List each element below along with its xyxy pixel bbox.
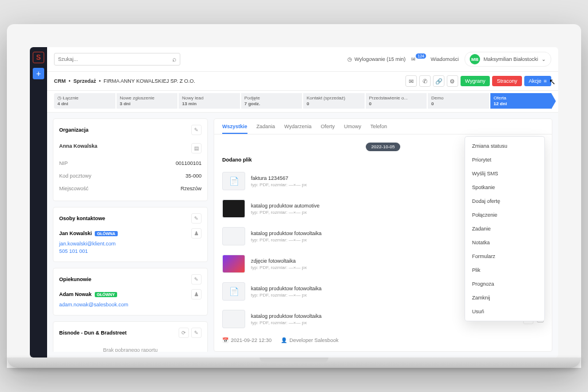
dropdown-item-sms[interactable]: Wyślij SMS bbox=[465, 167, 544, 180]
breadcrumb: CRM • Sprzedaż • FIRMA ANNY KOWALSKIEJ S… bbox=[54, 78, 195, 84]
tab-tasks[interactable]: Zadania bbox=[257, 124, 276, 134]
activity-panel: Wszystkie Zadania Wydarzenia Oferty Umow… bbox=[214, 118, 552, 352]
edit-icon[interactable]: ✎ bbox=[191, 274, 202, 285]
file-thumbnail bbox=[222, 310, 245, 328]
stage-demo[interactable]: Demo 0 bbox=[428, 93, 489, 109]
lost-button[interactable]: Stracony bbox=[492, 76, 522, 86]
refresh-icon[interactable]: ⟳ bbox=[179, 328, 189, 338]
building-icon[interactable]: ▤ bbox=[191, 143, 202, 153]
main-tag: GŁÓWNY bbox=[95, 292, 118, 297]
link-icon-button[interactable]: 🔗 bbox=[433, 75, 444, 87]
add-button[interactable]: + bbox=[33, 68, 44, 79]
won-button[interactable]: Wygrany bbox=[461, 76, 490, 86]
logout-timer[interactable]: ◷ Wylogowanie (15 min) bbox=[347, 56, 405, 62]
activity-tabs: Wszystkie Zadania Wydarzenia Oferty Umow… bbox=[214, 119, 552, 134]
settings-icon-button[interactable]: ⚙ bbox=[447, 75, 458, 87]
stage-presentation[interactable]: Przedstawienie o... 0 bbox=[366, 93, 427, 109]
edit-icon[interactable]: ✎ bbox=[191, 125, 202, 135]
menu-icon: ≡ bbox=[544, 78, 547, 84]
phone-icon-button[interactable]: ✆ bbox=[419, 75, 431, 87]
message-badge: 124 bbox=[416, 53, 426, 59]
date-chip: 2022-10-05 bbox=[366, 143, 401, 151]
search-icon[interactable]: ⌕ bbox=[172, 55, 176, 63]
dropdown-item-priority[interactable]: Priorytet bbox=[465, 153, 544, 167]
org-name: Anna Kowalska bbox=[59, 143, 98, 153]
stage-total[interactable]: ◷ Łącznie 4 dni bbox=[54, 93, 115, 109]
edit-icon[interactable]: ✎ bbox=[191, 213, 202, 224]
tab-events[interactable]: Wydarzenia bbox=[284, 124, 311, 134]
calendar-icon: 📅 bbox=[222, 337, 229, 343]
left-column: Organizacja ✎ Anna Kowalska ▤ NIP 001100… bbox=[53, 118, 208, 352]
dropdown-item-offer[interactable]: Dodaj ofertę bbox=[465, 194, 544, 208]
user-menu[interactable]: MB Maksymilian Białostocki ⌄ bbox=[465, 52, 551, 67]
dropdown-item-status[interactable]: Zmiana statusu bbox=[465, 139, 544, 153]
dropdown-item-delete[interactable]: Usuń bbox=[465, 305, 544, 318]
dropdown-item-meeting[interactable]: Spotkanie bbox=[465, 180, 544, 194]
organization-card: Organizacja ✎ Anna Kowalska ▤ NIP 001100… bbox=[53, 118, 208, 201]
edit-icon[interactable]: ✎ bbox=[191, 328, 202, 338]
person-icon[interactable]: ♟ bbox=[191, 289, 202, 299]
empty-report: Brak pobranego raportu bbox=[59, 343, 202, 352]
search-box[interactable]: ⌕ bbox=[54, 53, 180, 66]
pdf-icon: 📄 bbox=[222, 282, 245, 301]
clock-icon: ◷ bbox=[347, 56, 352, 62]
dropdown-item-note[interactable]: Notatka bbox=[465, 236, 544, 249]
bisnode-card: Bisnode - Dun & Bradstreet ⟳ ✎ Brak pobr… bbox=[53, 321, 208, 352]
person-icon[interactable]: ♟ bbox=[191, 228, 202, 239]
contact-email[interactable]: jan.kowalski@klient.com bbox=[59, 241, 202, 247]
contact-phone[interactable]: 505 101 001 bbox=[59, 248, 202, 254]
owners-card: Opiekunowie ✎ Adam Nowak GŁÓWNY ♟ adam.n… bbox=[53, 268, 208, 316]
stage-new-request[interactable]: Nowe zgłoszenie 3 dni bbox=[117, 93, 178, 109]
user-icon: 👤 bbox=[281, 337, 287, 343]
actions-dropdown: Zmiana statusu Priorytet Wyślij SMS Spot… bbox=[465, 136, 545, 321]
avatar: MB bbox=[470, 54, 480, 64]
activity-meta: 📅 2021-09-22 12:30 👤 Developer Salesbook bbox=[222, 333, 544, 348]
tab-contracts[interactable]: Umowy bbox=[344, 124, 361, 134]
sidebar-rail: S + bbox=[30, 47, 47, 358]
cursor-icon: ↖ bbox=[549, 77, 556, 86]
messages-link[interactable]: ✉ 124 Wiadomości bbox=[411, 56, 459, 62]
info-row: NIP 001100101 bbox=[59, 157, 202, 170]
tab-all[interactable]: Wszystkie bbox=[222, 124, 247, 134]
file-thumbnail bbox=[222, 227, 245, 245]
breadcrumb-row: CRM • Sprzedaż • FIRMA ANNY KOWALSKIEJ S… bbox=[47, 72, 558, 91]
mail-icon: ✉ bbox=[411, 56, 416, 62]
main-tag: GŁÓWNA bbox=[95, 231, 118, 236]
info-row: Kod pocztowy 35-000 bbox=[59, 170, 202, 182]
stage-offer[interactable]: Oferta 12 dni bbox=[490, 93, 552, 109]
contacts-card: Osoby kontaktowe ✎ Jan Kowalski GŁÓWNA ♟… bbox=[53, 207, 208, 262]
actions-button[interactable]: Akcje ≡ ↖ bbox=[524, 76, 551, 86]
dropdown-item-close[interactable]: Zamknij bbox=[465, 291, 544, 305]
owner-email[interactable]: adam.nowak@salesbook.com bbox=[59, 302, 202, 308]
stage-taken[interactable]: Podjęte 7 godz. bbox=[241, 93, 303, 109]
logo-icon[interactable]: S bbox=[33, 52, 44, 63]
topbar: ⌕ ◷ Wylogowanie (15 min) ✉ 124 Wiadomośc… bbox=[47, 47, 558, 72]
file-thumbnail bbox=[222, 199, 245, 218]
user-name: Maksymilian Białostocki bbox=[483, 56, 538, 62]
chevron-down-icon: ⌄ bbox=[541, 56, 546, 62]
dropdown-item-file[interactable]: Plik bbox=[465, 263, 544, 277]
stage-bar: ◷ Łącznie 4 dni Nowe zgłoszenie 3 dni No… bbox=[47, 91, 558, 113]
file-thumbnail bbox=[222, 255, 245, 273]
tab-offers[interactable]: Oferty bbox=[321, 124, 335, 134]
dropdown-item-forecast[interactable]: Prognoza bbox=[465, 277, 544, 291]
org-title: Organizacja bbox=[59, 127, 88, 133]
dropdown-item-call[interactable]: Połączenie bbox=[465, 208, 544, 222]
info-row: Miejscowość Rzeszów bbox=[59, 182, 202, 195]
pdf-icon: 📄 bbox=[222, 172, 245, 190]
stage-new-lead[interactable]: Nowy lead 13 min bbox=[179, 93, 240, 109]
tab-phone[interactable]: Telefon bbox=[370, 124, 387, 134]
dropdown-item-task[interactable]: Zadanie bbox=[465, 222, 544, 236]
dropdown-item-form[interactable]: Formularz bbox=[465, 249, 544, 263]
stage-contact[interactable]: Kontakt (sprzedaż) 0 bbox=[303, 93, 365, 109]
search-input[interactable] bbox=[58, 56, 170, 62]
email-icon-button[interactable]: ✉ bbox=[405, 75, 417, 87]
